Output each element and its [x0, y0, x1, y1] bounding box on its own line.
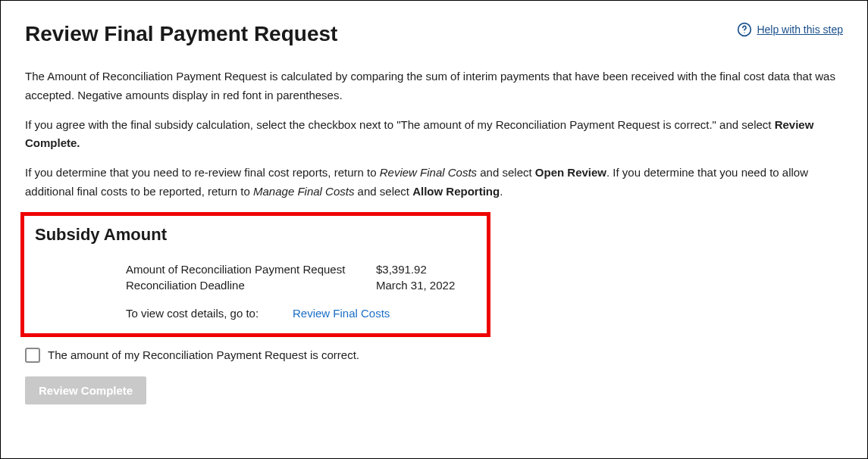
subsidy-link-label: To view cost details, go to: [126, 307, 293, 320]
intro-paragraph-1: The Amount of Reconciliation Payment Req… [25, 67, 843, 105]
help-icon [737, 22, 752, 37]
subsidy-link-row: To view cost details, go to: Review Fina… [126, 307, 476, 320]
help-link-label: Help with this step [757, 23, 843, 36]
subsidy-amount-value: $3,391.92 [376, 263, 427, 276]
subsidy-deadline-value: March 31, 2022 [376, 279, 455, 292]
page-title: Review Final Payment Request [25, 22, 337, 46]
intro-paragraph-3: If you determine that you need to re-rev… [25, 164, 843, 201]
subsidy-section-title: Subsidy Amount [35, 225, 476, 245]
confirm-checkbox-label: The amount of my Reconciliation Payment … [48, 348, 359, 361]
subsidy-row-deadline: Reconciliation Deadline March 31, 2022 [126, 279, 476, 292]
subsidy-highlight-box: Subsidy Amount Amount of Reconciliation … [20, 212, 490, 337]
confirm-checkbox[interactable] [25, 348, 40, 363]
help-link[interactable]: Help with this step [737, 22, 843, 37]
subsidy-amount-label: Amount of Reconciliation Payment Request [126, 263, 376, 276]
intro-paragraph-2: If you agree with the final subsidy calc… [25, 116, 843, 154]
subsidy-row-amount: Amount of Reconciliation Payment Request… [126, 263, 476, 276]
subsidy-deadline-label: Reconciliation Deadline [126, 279, 376, 292]
review-final-costs-link[interactable]: Review Final Costs [293, 307, 390, 320]
svg-point-1 [744, 33, 745, 33]
review-complete-button[interactable]: Review Complete [25, 376, 146, 404]
